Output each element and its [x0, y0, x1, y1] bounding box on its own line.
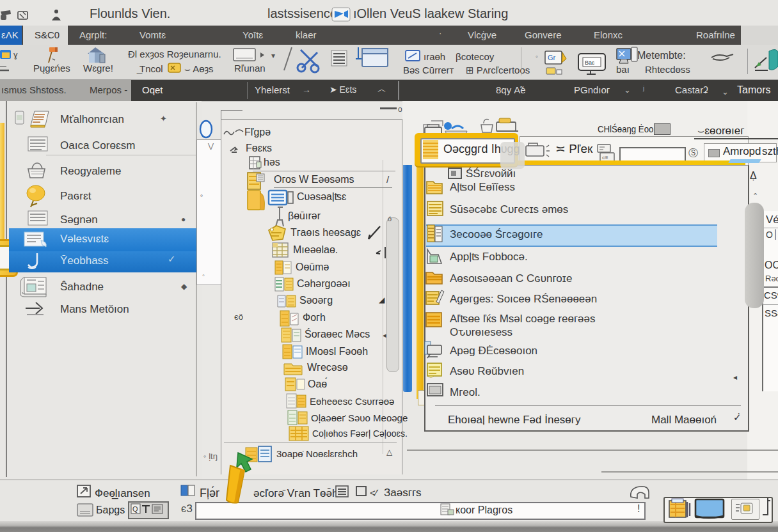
svg-text:Baɛ: Baɛ [585, 59, 594, 66]
svg-text:Q: Q [132, 505, 138, 513]
svg-text:c≡: c≡ [602, 155, 608, 160]
svg-text:Gr: Gr [548, 54, 556, 61]
